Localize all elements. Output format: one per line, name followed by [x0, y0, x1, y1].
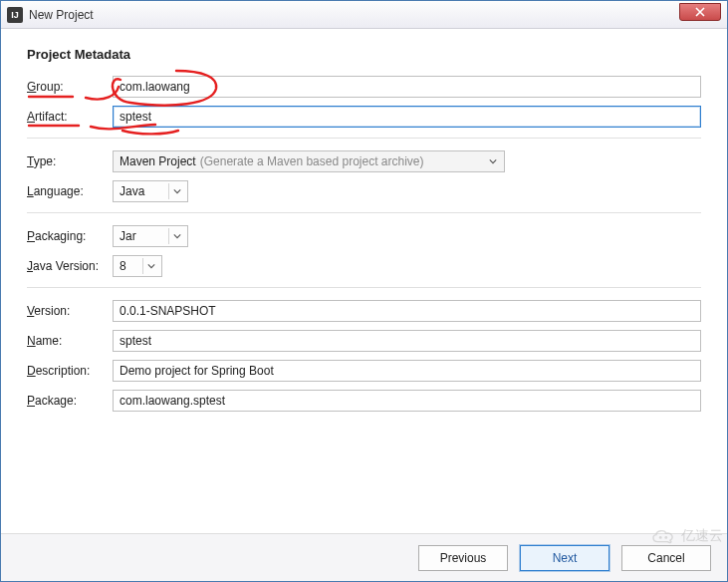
label-artifact: Artifact:: [27, 110, 113, 124]
close-button[interactable]: [679, 3, 721, 21]
row-language: Language: Java: [27, 180, 701, 202]
row-packaging: Packaging: Jar: [27, 225, 701, 247]
chevron-down-icon: [485, 153, 501, 169]
label-packaging: Packaging:: [27, 229, 113, 243]
previous-button[interactable]: Previous: [418, 545, 508, 571]
description-input[interactable]: [113, 360, 701, 382]
chevron-down-icon: [168, 228, 184, 244]
java-version-select[interactable]: 8: [113, 255, 162, 277]
label-language: Language:: [27, 184, 113, 198]
separator-3: [27, 287, 701, 288]
type-value: Maven Project: [120, 154, 196, 168]
window-frame: IJ New Project Project Metadata Group: A…: [0, 0, 728, 582]
row-description: Description:: [27, 360, 701, 382]
next-button[interactable]: Next: [520, 545, 609, 571]
content-area: Project Metadata Group: Artifact: Type: …: [1, 29, 727, 533]
watermark: 亿速云: [649, 527, 723, 545]
packaging-value: Jar: [120, 229, 136, 243]
button-bar: Previous Next Cancel: [1, 533, 727, 581]
group-input[interactable]: [113, 76, 701, 98]
label-name: Name:: [27, 334, 113, 348]
row-package: Package:: [27, 390, 701, 412]
chevron-down-icon: [142, 258, 158, 274]
name-input[interactable]: [113, 330, 701, 352]
label-description: Description:: [27, 364, 113, 378]
version-input[interactable]: [113, 300, 701, 322]
label-group: Group:: [27, 80, 113, 94]
cancel-button[interactable]: Cancel: [621, 545, 711, 571]
title-bar: IJ New Project: [1, 1, 727, 29]
row-group: Group:: [27, 76, 701, 98]
label-type: Type:: [27, 154, 113, 168]
separator-1: [27, 138, 701, 139]
language-value: Java: [120, 184, 144, 198]
language-select[interactable]: Java: [113, 180, 188, 202]
row-java-version: Java Version: 8: [27, 255, 701, 277]
java-version-value: 8: [120, 259, 126, 273]
packaging-select[interactable]: Jar: [113, 225, 188, 247]
window-title: New Project: [29, 8, 94, 22]
artifact-input[interactable]: [113, 106, 701, 128]
svg-point-3: [664, 536, 667, 539]
package-input[interactable]: [113, 390, 701, 412]
label-package: Package:: [27, 394, 113, 408]
row-type: Type: Maven Project (Generate a Maven ba…: [27, 150, 701, 172]
label-version: Version:: [27, 304, 113, 318]
type-hint: (Generate a Maven based project archive): [200, 154, 424, 168]
separator-2: [27, 212, 701, 213]
app-icon: IJ: [7, 7, 23, 23]
watermark-text: 亿速云: [681, 527, 723, 545]
row-version: Version:: [27, 300, 701, 322]
row-name: Name:: [27, 330, 701, 352]
section-title: Project Metadata: [27, 47, 701, 62]
chevron-down-icon: [168, 183, 184, 199]
label-java-version: Java Version:: [27, 259, 113, 273]
svg-point-2: [659, 536, 662, 539]
cloud-icon: [649, 527, 677, 545]
type-select[interactable]: Maven Project (Generate a Maven based pr…: [113, 150, 505, 172]
close-icon: [695, 7, 705, 17]
row-artifact: Artifact:: [27, 106, 701, 128]
